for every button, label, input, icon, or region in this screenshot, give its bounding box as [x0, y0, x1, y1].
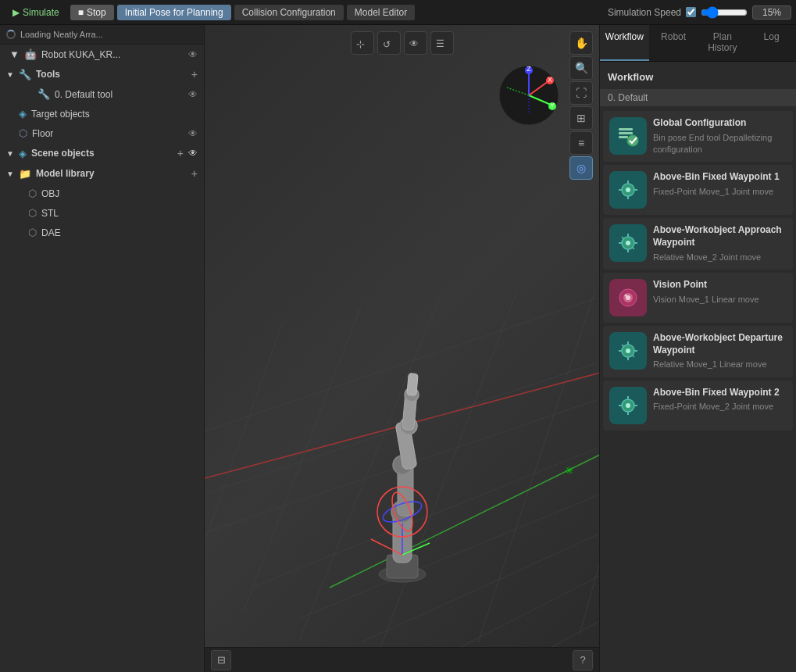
grid-tool-button[interactable]: ⊞ — [569, 106, 593, 130]
initial-pose-label: Initial Pose for Planning — [125, 7, 223, 18]
sim-speed-slider[interactable] — [701, 6, 748, 19]
card-icon-vision_point — [609, 279, 647, 316]
svg-line-70 — [622, 237, 624, 239]
topbar: ▶ Simulate ■ Stop Initial Pose for Plann… — [0, 0, 796, 25]
card-title-global_config: Global Configuration — [653, 117, 787, 130]
card-text-above_bin_fixed_2: Above-Bin Fixed Waypoint 2Fixed-Point Mo… — [653, 387, 787, 413]
obj-item[interactable]: ⬡ OBJ — [0, 184, 204, 203]
scene-expand-icon: ▼ — [6, 149, 14, 158]
svg-point-77 — [626, 349, 630, 353]
workflow-card-above_workobject_approach[interactable]: Above-Workobject Approach WaypointRelati… — [603, 218, 793, 270]
hand-tool-button[interactable]: ✋ — [569, 31, 593, 55]
svg-rect-55 — [619, 132, 633, 134]
dae-item[interactable]: ⬡ DAE — [0, 223, 204, 242]
target-objects-item[interactable]: ◈ Target objects — [0, 104, 204, 123]
loading-text: Loading Neatly Arra... — [20, 30, 103, 39]
workflow-card-above_bin_fixed_1[interactable]: Above-Bin Fixed Waypoint 1Fixed-Point Mo… — [603, 165, 793, 215]
svg-rect-41 — [406, 374, 417, 396]
workflow-default-label: 0. Default — [600, 89, 796, 106]
workflow-card-above_workobject_departure[interactable]: Above-Workobject Departure WaypointRelat… — [603, 326, 793, 377]
workflow-card-global_config[interactable]: Global ConfigurationBin pose End tool De… — [603, 111, 793, 162]
tools-section[interactable]: ▼ 🔧 Tools + — [0, 64, 204, 84]
model-library-label: Model library — [36, 168, 187, 179]
tab-workflow[interactable]: Workflow — [600, 25, 649, 61]
workflow-title: Workflow — [600, 68, 796, 89]
card-subtitle-above_workobject_departure: Relative Move_1 Linear move — [653, 359, 787, 370]
card-text-global_config: Global ConfigurationBin pose End tool De… — [653, 117, 787, 155]
floor-item[interactable]: ⬡ Floor 👁 — [0, 123, 204, 143]
3d-viewport[interactable]: ✳ Z X Y — [205, 25, 599, 672]
simulate-button[interactable]: ▶ Simulate — [5, 5, 67, 20]
workflow-card-above_bin_fixed_2[interactable]: Above-Bin Fixed Waypoint 2Fixed-Point Mo… — [603, 381, 793, 431]
robot-visibility-icon[interactable]: 👁 — [188, 49, 198, 60]
viewport-bottom-bar: ⊟ ? — [205, 647, 599, 672]
circle-tool-button[interactable]: ◎ — [569, 156, 593, 180]
robot-item[interactable]: ▼ 🤖 Robot KUKA_KR... 👁 — [0, 45, 204, 64]
initial-pose-button[interactable]: Initial Pose for Planning — [117, 5, 231, 20]
workflow-card-vision_point[interactable]: Vision PointVision Move_1 Linear move — [603, 273, 793, 323]
bottom-right-btn[interactable]: ? — [573, 650, 593, 670]
card-title-above_workobject_approach: Above-Workobject Approach Waypoint — [653, 224, 787, 248]
scene-add-button[interactable]: + — [177, 147, 184, 159]
card-text-above_workobject_approach: Above-Workobject Approach WaypointRelati… — [653, 224, 787, 263]
svg-text:X: X — [548, 76, 552, 84]
stl-item[interactable]: ⬡ STL — [0, 203, 204, 223]
floor-visibility-icon[interactable]: 👁 — [188, 128, 198, 139]
svg-point-85 — [626, 403, 630, 408]
default-tool-item[interactable]: 🔧 0. Default tool 👁 — [0, 84, 204, 104]
viewport-right-toolbar: ✋ 🔍 ⛶ ⊞ ≡ ◎ — [569, 31, 593, 180]
scene-objects-label: Scene objects — [31, 148, 173, 159]
stop-button[interactable]: ■ Stop — [70, 5, 114, 20]
rotate-icon-btn[interactable]: ↺ — [377, 31, 401, 55]
right-panel: Workflow Robot Plan History Log Workflow… — [599, 25, 796, 672]
tab-robot[interactable]: Robot — [649, 25, 698, 61]
obj-icon: ⬡ — [28, 188, 37, 199]
card-icon-above_bin_fixed_1 — [609, 171, 647, 209]
scene-visibility-icon[interactable]: 👁 — [188, 148, 198, 159]
svg-point-65 — [626, 241, 630, 245]
card-text-above_bin_fixed_1: Above-Bin Fixed Waypoint 1Fixed-Point Mo… — [653, 171, 787, 198]
tools-add-button[interactable]: + — [191, 68, 198, 80]
stl-icon: ⬡ — [28, 207, 37, 219]
card-text-vision_point: Vision PointVision Move_1 Linear move — [653, 279, 787, 306]
collision-config-button[interactable]: Collision Configuration — [234, 5, 344, 20]
card-title-above_bin_fixed_1: Above-Bin Fixed Waypoint 1 — [653, 171, 787, 184]
svg-text:↺: ↺ — [383, 39, 391, 49]
stop-icon: ■ — [78, 7, 84, 18]
model-library-add-button[interactable]: + — [191, 167, 198, 180]
transform-icon-btn[interactable]: ⊹ — [351, 31, 374, 55]
zoom-tool-button[interactable]: 🔍 — [569, 56, 593, 80]
tools-expand-icon: ▼ — [6, 70, 14, 79]
svg-line-14 — [478, 291, 595, 642]
stop-label: Stop — [87, 7, 106, 18]
card-icon-above_workobject_approach — [609, 224, 647, 262]
sim-speed-toggle[interactable] — [686, 7, 696, 17]
svg-line-10 — [205, 322, 283, 541]
visibility-icon-btn[interactable]: 👁 — [404, 31, 427, 55]
bottom-left-btn[interactable]: ⊟ — [211, 650, 231, 670]
sim-speed-value[interactable]: 15% — [752, 5, 791, 20]
card-icon-above_bin_fixed_2 — [609, 387, 647, 424]
tools-icon: 🔧 — [19, 69, 31, 80]
fit-tool-button[interactable]: ⛶ — [569, 81, 593, 105]
svg-rect-54 — [619, 128, 633, 130]
loading-spinner — [6, 30, 16, 39]
scene-objects-section[interactable]: ▼ ◈ Scene objects + 👁 — [0, 143, 204, 163]
layers-tool-button[interactable]: ≡ — [569, 131, 593, 155]
list-icon-btn[interactable]: ☰ — [430, 31, 454, 55]
card-subtitle-above_workobject_approach: Relative Move_2 Joint move — [653, 252, 787, 263]
model-library-section[interactable]: ▼ 📁 Model library + — [0, 163, 204, 184]
svg-point-59 — [626, 188, 630, 192]
scene-icon: ◈ — [19, 148, 27, 159]
viewport-container[interactable]: ✳ Z X Y — [205, 25, 599, 672]
model-editor-button[interactable]: Model Editor — [347, 5, 415, 20]
loading-bar: Loading Neatly Arra... — [0, 25, 204, 45]
svg-rect-56 — [619, 136, 628, 138]
tab-plan-history[interactable]: Plan History — [698, 25, 748, 61]
card-text-above_workobject_departure: Above-Workobject Departure WaypointRelat… — [653, 332, 787, 371]
model-editor-label: Model Editor — [355, 7, 407, 18]
card-subtitle-global_config: Bin pose End tool Depalletizing configur… — [653, 132, 787, 156]
tab-log[interactable]: Log — [747, 25, 796, 61]
simulate-label: Simulate — [23, 7, 59, 18]
default-tool-visibility-icon[interactable]: 👁 — [188, 89, 198, 100]
